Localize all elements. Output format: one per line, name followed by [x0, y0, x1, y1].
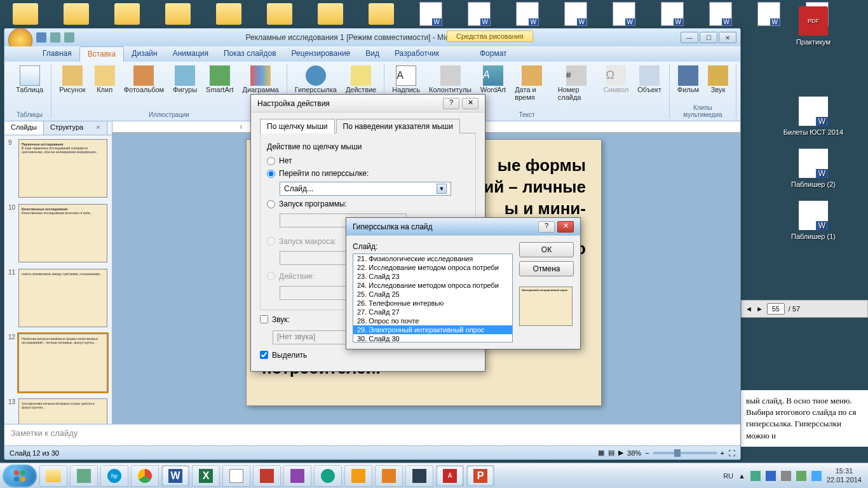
ribbon-object[interactable]: Объект [635, 64, 663, 102]
taskbar-word[interactable]: W [161, 465, 189, 487]
help-button[interactable]: ? [538, 221, 555, 233]
taskbar-explorer[interactable] [39, 465, 67, 487]
tab-on-click[interactable]: По щелчку мыши [260, 119, 335, 133]
folder-icon[interactable] [114, 3, 140, 25]
list-item[interactable]: 29. Электронный интерактивный опрос [353, 325, 512, 334]
checkbox-highlight[interactable] [260, 351, 268, 359]
tab-insert[interactable]: Вставка [79, 46, 125, 62]
tab-design[interactable]: Дизайн [124, 46, 165, 62]
list-item[interactable]: 22. Исследование методом опроса потреби [353, 263, 512, 272]
word-doc-icon[interactable] [709, 2, 732, 26]
thumbnail-list[interactable]: 9Первичные исследованияВ ходе первичных … [4, 135, 112, 424]
folder-icon[interactable] [64, 3, 89, 25]
tab-format[interactable]: Формат [472, 46, 515, 62]
maximize-button[interactable]: ☐ [700, 32, 717, 43]
desktop-icon-doc[interactable]: Билеты ЮСТ 2014 [765, 97, 862, 136]
folder-icon[interactable] [13, 3, 38, 25]
cancel-button[interactable]: Отмена [519, 261, 574, 276]
taskbar-acrobat[interactable]: A [436, 465, 464, 487]
tab-developer[interactable]: Разработчик [387, 46, 447, 62]
tray-network-icon[interactable] [750, 471, 761, 481]
folder-icon[interactable] [369, 3, 394, 25]
tray-wifi-icon[interactable] [811, 471, 822, 481]
tray-battery-icon[interactable] [796, 471, 806, 481]
taskbar-app[interactable] [283, 465, 311, 487]
taskbar-hp[interactable]: hp [100, 465, 128, 487]
dropdown-arrow-icon[interactable]: ▼ [437, 184, 447, 194]
list-item[interactable]: 26. Телефонные интервью [353, 299, 512, 308]
list-item[interactable]: 21. Физиологические исследования [353, 254, 512, 263]
taskbar-app[interactable] [70, 465, 98, 487]
list-item[interactable]: 24. Исследование методом опроса потреби [353, 281, 512, 290]
ribbon-chart[interactable]: Диаграмма [240, 64, 281, 95]
taskbar-chrome[interactable] [131, 465, 159, 487]
nav-next-icon[interactable]: ► [756, 305, 763, 313]
ribbon-smartart[interactable]: SmartArt [203, 64, 236, 95]
language-indicator[interactable]: RU [723, 472, 733, 480]
taskbar-app[interactable] [405, 465, 433, 487]
view-normal-icon[interactable]: ▦ [598, 449, 604, 457]
tab-view[interactable]: Вид [358, 46, 387, 62]
ribbon-hyperlink[interactable]: Гиперссылка [292, 64, 339, 95]
close-button[interactable]: ✕ [719, 32, 736, 43]
hyperlink-combo[interactable]: Слайд...▼ [280, 182, 451, 196]
close-panel-icon[interactable]: × [96, 123, 100, 131]
ribbon-action[interactable]: Действие [343, 64, 379, 95]
zoom-out-icon[interactable]: − [645, 449, 649, 457]
dialog-title-bar[interactable]: Гиперссылка на слайд ? ✕ [346, 218, 580, 236]
zoom-slider[interactable] [653, 452, 717, 454]
view-slideshow-icon[interactable]: ▶ [618, 449, 623, 457]
zoom-in-icon[interactable]: + [721, 449, 724, 457]
list-item[interactable]: 23. Слайд 23 [353, 272, 512, 281]
taskbar-powerpoint[interactable]: P [466, 465, 494, 487]
desktop-icon-doc[interactable]: Паблишер (2) [765, 149, 862, 188]
ribbon-movie[interactable]: Фильм [675, 64, 702, 95]
folder-icon[interactable] [318, 3, 343, 25]
word-doc-icon[interactable] [564, 2, 587, 26]
word-doc-icon[interactable] [661, 2, 684, 26]
pdf-page-input[interactable] [767, 303, 785, 315]
desktop-icon-pdf[interactable]: PDFПрактикум [765, 6, 862, 46]
minimize-button[interactable]: — [681, 32, 698, 43]
tray-flag-icon[interactable]: ▲ [738, 472, 745, 480]
word-doc-icon[interactable] [516, 2, 539, 26]
view-sorter-icon[interactable]: ▤ [608, 449, 614, 457]
radio-program[interactable] [267, 200, 275, 208]
help-button[interactable]: ? [443, 98, 459, 109]
nav-prev-icon[interactable]: ◄ [745, 305, 752, 313]
save-icon[interactable] [36, 32, 46, 43]
taskbar-paint[interactable] [222, 465, 250, 487]
ribbon-slidenumber[interactable]: #Номер слайда [555, 64, 597, 102]
taskbar-app[interactable] [344, 465, 372, 487]
slide-listbox[interactable]: 21. Физиологические исследования22. Иссл… [353, 254, 513, 342]
word-doc-icon[interactable] [419, 2, 442, 26]
list-item[interactable]: 27. Слайд 27 [353, 308, 512, 316]
tab-slides[interactable]: Слайды [4, 121, 44, 135]
ribbon-shapes[interactable]: Фигуры [170, 64, 200, 95]
radio-none[interactable] [267, 157, 275, 165]
slide-thumbnail[interactable]: 11понять взаимосвязь между чувствами, от… [8, 269, 108, 327]
notes-pane[interactable]: Заметки к слайду [4, 424, 740, 445]
close-button[interactable]: ✕ [557, 221, 574, 233]
ribbon-datetime[interactable]: Дата и время [512, 64, 552, 102]
taskbar-app[interactable] [314, 465, 342, 487]
ok-button[interactable]: ОК [519, 242, 574, 257]
ribbon-table[interactable]: Таблица [13, 64, 46, 95]
undo-icon[interactable] [50, 32, 60, 43]
taskbar-app[interactable] [253, 465, 281, 487]
slide-thumbnail[interactable]: 13Альтернатива личным интервью служат ра… [8, 398, 108, 424]
slide-thumbnail[interactable]: 12Наиболее распространённые формы качест… [8, 334, 108, 392]
radio-hyperlink[interactable] [267, 170, 275, 178]
word-doc-icon[interactable] [613, 2, 635, 26]
redo-icon[interactable] [64, 32, 74, 43]
ribbon-picture[interactable]: Рисунок [57, 64, 88, 95]
ribbon-photoalbum[interactable]: Фотоальбом [121, 64, 167, 95]
tab-outline[interactable]: Структура× [44, 121, 107, 135]
taskbar-app[interactable] [375, 465, 403, 487]
tab-home[interactable]: Главная [35, 46, 79, 62]
checkbox-sound[interactable] [260, 315, 268, 323]
folder-icon[interactable] [216, 3, 241, 25]
tab-animation[interactable]: Анимация [165, 46, 216, 62]
tray-bluetooth-icon[interactable] [766, 471, 776, 481]
word-doc-icon[interactable] [468, 2, 491, 26]
